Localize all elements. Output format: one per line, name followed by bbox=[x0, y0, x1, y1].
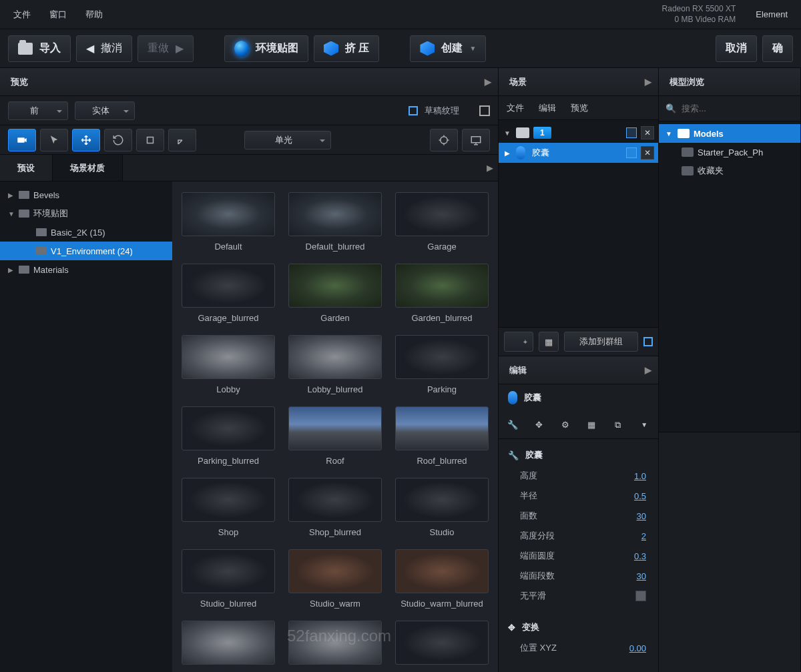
fullscreen-icon[interactable] bbox=[479, 105, 490, 116]
thumbnail-item[interactable]: Parking_blurred bbox=[179, 406, 278, 466]
visibility-toggle[interactable] bbox=[626, 127, 637, 138]
thumbnail-item[interactable]: Parking bbox=[392, 335, 491, 394]
scene-object-row[interactable]: ▶ 胶囊 ✕ bbox=[499, 143, 658, 163]
model-tree: ▼ Models Starter_Pack_Ph 收藏夹 bbox=[659, 121, 800, 432]
layers-icon[interactable]: ⧉ bbox=[611, 416, 625, 434]
property-value[interactable]: 1.0 bbox=[626, 471, 646, 481]
monitor-icon[interactable] bbox=[462, 129, 490, 151]
delete-button[interactable]: ✕ bbox=[641, 146, 654, 159]
checkbox[interactable] bbox=[635, 591, 646, 601]
extrude-button[interactable]: 挤 压 bbox=[314, 35, 379, 62]
thumbnail-item[interactable]: Studio_warm_blurred bbox=[392, 549, 491, 609]
tree-materials[interactable]: ▶Materials bbox=[0, 260, 172, 279]
group-badge: 1 bbox=[533, 127, 551, 139]
models-favorites[interactable]: 收藏夹 bbox=[659, 161, 800, 180]
add-to-group-button[interactable]: 添加到群组 bbox=[564, 332, 638, 352]
scene-menu-edit[interactable]: 编辑 bbox=[539, 102, 556, 114]
thumbnail-item[interactable]: Default_blurred bbox=[286, 192, 384, 252]
visibility-toggle[interactable] bbox=[626, 147, 637, 158]
checker-icon[interactable]: ▦ bbox=[585, 416, 599, 434]
menu-window[interactable]: 窗口 bbox=[49, 9, 67, 21]
thumbnail-item[interactable] bbox=[286, 621, 384, 670]
thumbnail-item[interactable]: Lobby_blurred bbox=[286, 335, 384, 394]
position-value[interactable]: 0.00 bbox=[626, 643, 646, 653]
select-tool[interactable] bbox=[40, 129, 68, 151]
thumbnail-item[interactable]: Garden bbox=[286, 264, 384, 323]
wrench-icon[interactable]: 🔧 bbox=[505, 416, 520, 434]
anchor-tool[interactable] bbox=[168, 129, 196, 151]
tab-scene-materials[interactable]: 场景材质 bbox=[53, 155, 123, 181]
undo-label: 撤消 bbox=[101, 41, 122, 55]
thumbnail-item[interactable]: Roof_blurred bbox=[392, 406, 491, 466]
add-folder-button[interactable]: + bbox=[504, 332, 533, 352]
shade-dropdown[interactable]: 实体 bbox=[75, 101, 135, 120]
tree-environment[interactable]: ▼环境贴图 bbox=[0, 204, 172, 223]
target-icon[interactable] bbox=[430, 129, 458, 151]
thumbnail-item[interactable]: Garden_blurred bbox=[392, 264, 491, 323]
transform-section-head[interactable]: ✥ 变换 bbox=[499, 617, 658, 638]
collapse-icon[interactable]: ▶ bbox=[482, 155, 498, 181]
redo-button[interactable]: 重做 ▶ bbox=[138, 35, 194, 62]
import-button[interactable]: 导入 bbox=[8, 35, 71, 62]
view-dropdown[interactable]: 前 bbox=[8, 101, 68, 120]
checkbox[interactable] bbox=[643, 337, 653, 346]
chevron-down-icon[interactable]: ▼ bbox=[503, 129, 512, 137]
property-row: 半径0.5 bbox=[499, 486, 658, 506]
tree-v1-environment[interactable]: V1_Environment (24) bbox=[0, 242, 172, 260]
thumbnail-item[interactable]: Garage bbox=[392, 192, 491, 252]
scale-tool[interactable] bbox=[136, 129, 164, 151]
grid-button[interactable]: ▦ bbox=[539, 332, 559, 352]
models-starter[interactable]: Starter_Pack_Ph bbox=[659, 143, 800, 161]
tab-presets[interactable]: 预设 bbox=[0, 155, 53, 181]
scene-group-row[interactable]: ▼ 1 ✕ bbox=[499, 123, 658, 143]
gears-icon[interactable]: ⚙ bbox=[558, 416, 573, 434]
property-value[interactable]: 30 bbox=[626, 511, 646, 521]
collapse-icon[interactable]: ▶ bbox=[642, 68, 654, 95]
collapse-icon[interactable]: ▶ bbox=[482, 68, 494, 95]
thumbnail-item[interactable]: Studio_warm bbox=[286, 549, 384, 609]
thumbnail-item[interactable]: Roof bbox=[286, 406, 384, 466]
collapse-icon[interactable]: ▶ bbox=[642, 356, 654, 384]
thumbnail-item[interactable]: Studio_blurred bbox=[179, 549, 278, 609]
capsule-section-head[interactable]: 🔧 胶囊 bbox=[499, 444, 658, 466]
undo-button[interactable]: ◀ 撤消 bbox=[76, 35, 132, 62]
search-input[interactable] bbox=[682, 103, 794, 113]
thumbnail-label: Garden_blurred bbox=[411, 313, 472, 323]
scene-header: 场景 ▶ bbox=[499, 68, 658, 96]
thumbnail-item[interactable] bbox=[392, 621, 491, 670]
property-value[interactable]: 0.3 bbox=[626, 551, 646, 561]
cancel-button[interactable]: 取消 bbox=[716, 35, 757, 62]
thumbnail-item[interactable]: Lobby bbox=[179, 335, 278, 394]
scene-menu-preview[interactable]: 预览 bbox=[571, 102, 588, 114]
move-icon[interactable]: ✥ bbox=[532, 416, 547, 434]
chevron-down-icon[interactable]: ▼ bbox=[637, 416, 652, 434]
checkbox-draft[interactable] bbox=[409, 106, 418, 115]
thumbnail-item[interactable]: Garage_blurred bbox=[179, 264, 278, 323]
models-header: 模型浏览 bbox=[659, 68, 800, 96]
menu-file[interactable]: 文件 bbox=[13, 9, 31, 21]
create-button[interactable]: 创建 ▼ bbox=[410, 35, 486, 62]
ok-button[interactable]: 确 bbox=[762, 35, 793, 62]
thumbnail-item[interactable] bbox=[179, 621, 278, 670]
models-starter-label: Starter_Pack_Ph bbox=[698, 147, 763, 157]
delete-button[interactable]: ✕ bbox=[641, 126, 654, 139]
environment-button[interactable]: 环境贴图 bbox=[224, 35, 308, 62]
thumbnail-item[interactable]: Shop bbox=[179, 478, 278, 537]
models-root[interactable]: ▼ Models bbox=[659, 124, 800, 143]
thumbnail-item[interactable]: Default bbox=[179, 192, 278, 252]
tree-basic2k[interactable]: Basic_2K (15) bbox=[0, 223, 172, 242]
property-value[interactable]: 2 bbox=[626, 531, 646, 541]
thumbnail-item[interactable]: Shop_blurred bbox=[286, 478, 384, 537]
camera-tool[interactable] bbox=[8, 129, 36, 151]
menu-help[interactable]: 帮助 bbox=[85, 9, 103, 21]
chevron-right-icon[interactable]: ▶ bbox=[503, 149, 512, 157]
tree-bevels[interactable]: ▶Bevels bbox=[0, 186, 172, 204]
light-dropdown[interactable]: 单光 bbox=[244, 131, 331, 149]
rotate-tool[interactable] bbox=[104, 129, 132, 151]
thumbnail-item[interactable]: Studio bbox=[392, 478, 491, 537]
scene-menu-file[interactable]: 文件 bbox=[507, 102, 524, 114]
property-value[interactable]: 0.5 bbox=[626, 491, 646, 501]
edit-obj-name: 胶囊 bbox=[524, 392, 541, 404]
property-value[interactable]: 30 bbox=[626, 571, 646, 581]
move-tool[interactable] bbox=[72, 129, 100, 151]
